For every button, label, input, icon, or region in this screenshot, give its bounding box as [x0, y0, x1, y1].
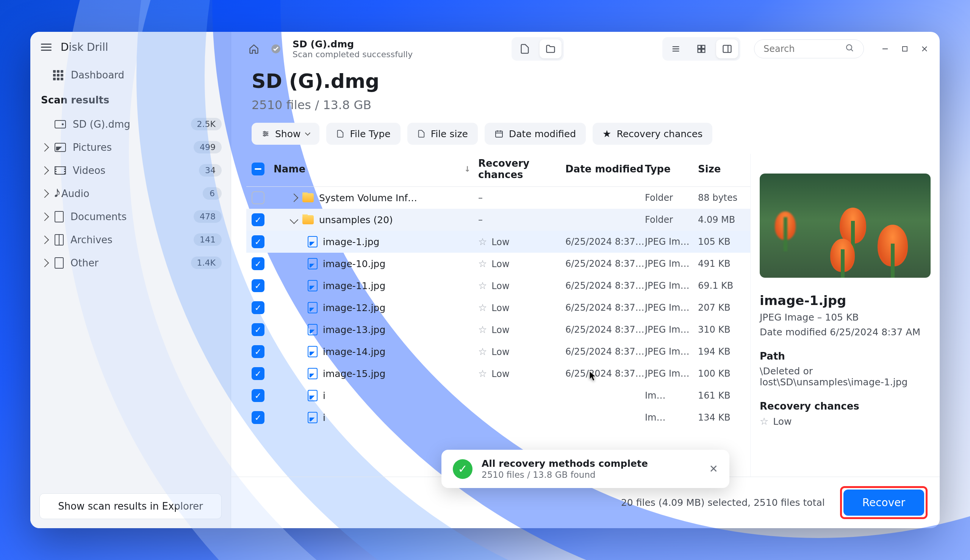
arc-icon	[55, 234, 64, 245]
row-checkbox[interactable]: ✓	[252, 411, 265, 424]
split-view-icon[interactable]	[716, 39, 738, 58]
page-stats: 2510 files / 13.8 GB	[252, 98, 925, 112]
status-check-icon	[268, 41, 283, 57]
name-cell: image-11.jpg	[273, 280, 478, 292]
popout-icon[interactable]	[920, 154, 931, 154]
size-cell: 100 KB	[698, 368, 747, 379]
view-folder-icon[interactable]	[540, 39, 562, 58]
table-row[interactable]: System Volume Inf…–Folder88 bytes	[246, 187, 750, 209]
svg-rect-4	[698, 45, 701, 48]
show-filter[interactable]: Show	[252, 123, 319, 145]
select-all-checkbox[interactable]	[252, 163, 265, 175]
expand-icon[interactable]	[290, 193, 298, 202]
star-icon: ☆	[478, 324, 487, 335]
svg-rect-8	[723, 45, 731, 53]
table-row[interactable]: ✓image-11.jpg☆Low6/25/2024 8:37 A…JPEG I…	[246, 275, 750, 297]
recover-button[interactable]: Recover	[843, 490, 924, 516]
col-date[interactable]: Date modified	[565, 163, 645, 175]
col-recovery[interactable]: Recovery chances	[478, 158, 565, 180]
name-cell: image-1.jpg	[273, 236, 478, 247]
detail-path: \Deleted or lost\SD\unsamples\image-1.jp…	[760, 366, 931, 388]
filesize-filter[interactable]: File size	[407, 123, 478, 145]
recovery-cell: ☆Low	[478, 368, 565, 379]
row-checkbox[interactable]: ✓	[252, 389, 265, 402]
minimize-button[interactable]	[878, 41, 893, 57]
file-name: System Volume Inf…	[319, 192, 417, 203]
image-file-icon	[308, 280, 318, 292]
toast-close-icon[interactable]: ✕	[709, 463, 718, 475]
svg-point-19	[264, 132, 265, 133]
row-checkbox[interactable]: ✓	[252, 301, 265, 314]
recovery-filter[interactable]: ★Recovery chances	[593, 123, 712, 145]
chevron-right-icon	[40, 143, 49, 152]
row-checkbox[interactable]: ✓	[252, 213, 265, 226]
chevron-right-icon	[40, 258, 49, 267]
view-file-icon[interactable]	[514, 39, 536, 58]
type-cell: JPEG Im…	[645, 237, 698, 247]
type-cell: JPEG Im…	[645, 346, 698, 357]
svg-point-10	[847, 45, 852, 50]
type-cell: Folder	[645, 192, 698, 203]
star-icon: ☆	[478, 346, 487, 357]
table-row[interactable]: ✓image-15.jpg☆Low6/25/2024 8:37 A…JPEG I…	[246, 363, 750, 385]
file-name: unsamples (20)	[319, 215, 393, 225]
datemod-filter[interactable]: Date modified	[485, 123, 586, 145]
date-cell: 6/25/2024 8:37 A…	[565, 324, 645, 335]
grid-view-icon[interactable]	[690, 39, 712, 58]
table-row[interactable]: ✓image-14.jpg☆Low6/25/2024 8:37 A…JPEG I…	[246, 341, 750, 363]
star-icon: ☆	[478, 368, 487, 379]
file-name: image-15.jpg	[323, 368, 385, 379]
search-input[interactable]	[763, 43, 845, 54]
row-checkbox[interactable]: ✓	[252, 235, 265, 248]
recovery-cell: –	[478, 192, 565, 203]
table-row[interactable]: ✓image-10.jpg☆Low6/25/2024 8:37 A…JPEG I…	[246, 253, 750, 275]
filetype-filter[interactable]: File Type	[326, 123, 400, 145]
row-checkbox[interactable]: ✓	[252, 345, 265, 358]
col-name[interactable]: Name↓	[273, 163, 478, 175]
table-row[interactable]: ✓iIm…134 KB	[246, 407, 750, 428]
star-icon: ☆	[478, 280, 487, 292]
chevron-right-icon	[40, 212, 49, 221]
row-checkbox[interactable]	[252, 191, 265, 204]
main-panel: SD (G).dmg Scan completed successfully	[231, 32, 940, 528]
page-title: SD (G).dmg	[252, 70, 925, 92]
svg-line-11	[851, 49, 853, 51]
type-cell: JPEG Im…	[645, 302, 698, 313]
other-icon	[55, 257, 64, 268]
name-cell: image-14.jpg	[273, 346, 478, 357]
type-cell: JPEG Im…	[645, 280, 698, 291]
home-icon[interactable]	[246, 41, 262, 57]
row-checkbox[interactable]: ✓	[252, 367, 265, 380]
search-icon	[845, 43, 855, 54]
row-checkbox[interactable]: ✓	[252, 323, 265, 336]
list-view-icon[interactable]	[665, 39, 687, 58]
file-name: i	[323, 412, 325, 423]
name-cell: i	[273, 390, 478, 401]
table-row[interactable]: ✓image-13.jpg☆Low6/25/2024 8:37 A…JPEG I…	[246, 318, 750, 341]
size-cell: 207 KB	[698, 302, 747, 313]
row-checkbox[interactable]: ✓	[252, 257, 265, 270]
col-type[interactable]: Type	[645, 163, 698, 175]
image-file-icon	[308, 236, 318, 247]
search-box[interactable]	[754, 39, 864, 58]
star-icon: ☆	[760, 416, 768, 427]
file-name: image-1.jpg	[323, 237, 379, 247]
chevron-right-icon	[40, 235, 49, 244]
close-button[interactable]	[917, 41, 932, 57]
table-row[interactable]: ✓image-12.jpg☆Low6/25/2024 8:37 A…JPEG I…	[246, 297, 750, 318]
view-toolbar	[512, 37, 564, 61]
maximize-button[interactable]	[897, 41, 912, 57]
file-name: image-10.jpg	[323, 258, 385, 269]
row-checkbox[interactable]: ✓	[252, 279, 265, 292]
recover-highlight: Recover	[840, 486, 928, 519]
type-cell: JPEG Im…	[645, 368, 698, 379]
chevron-right-icon	[40, 189, 49, 198]
table-row[interactable]: ✓iIm…161 KB	[246, 385, 750, 407]
col-size[interactable]: Size	[698, 163, 747, 175]
menu-icon[interactable]	[41, 43, 52, 51]
table-row[interactable]: ✓image-1.jpg☆Low6/25/2024 8:37 A…JPEG Im…	[246, 231, 750, 253]
detail-modified: Date modified 6/25/2024 8:37 AM	[760, 327, 931, 338]
expand-icon[interactable]	[290, 216, 298, 224]
date-cell: 6/25/2024 8:37 A…	[565, 237, 645, 247]
table-row[interactable]: ✓unsamples (20)–Folder4.09 MB	[246, 209, 750, 231]
